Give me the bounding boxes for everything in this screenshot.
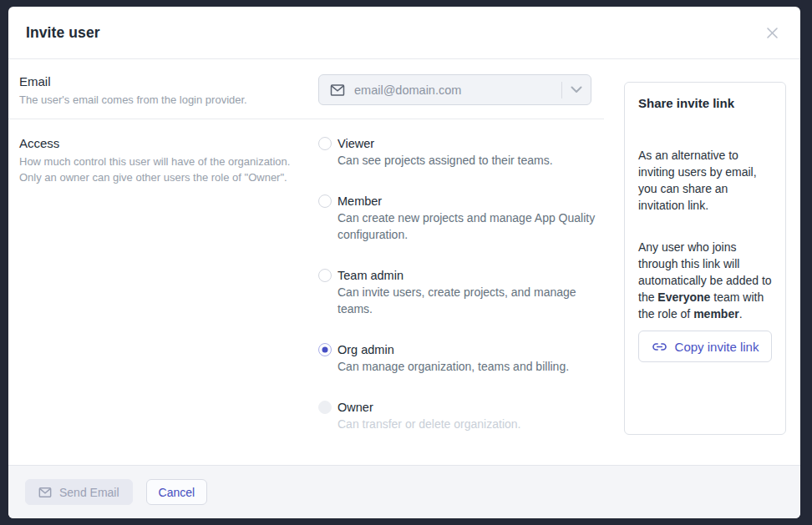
radio-label: Member (337, 193, 382, 209)
radio-label: Org admin (337, 341, 394, 358)
email-dropdown-button[interactable] (562, 75, 591, 104)
access-description: How much control this user will have of … (19, 154, 307, 185)
radio-button-org-admin-selected[interactable] (318, 343, 332, 356)
share-invite-link-panel: Share invite link As an alternative to i… (624, 82, 786, 435)
share-panel-paragraph-1: As an alternative to inviting users by e… (638, 147, 772, 214)
cancel-button[interactable]: Cancel (146, 479, 208, 505)
modal-title: Invite user (26, 24, 100, 42)
radio-option-member: Member Can create new projects and manag… (318, 193, 596, 243)
invite-user-modal: Invite user Email The user's email comes… (8, 7, 800, 518)
radio-option-team-admin-head[interactable]: Team admin (318, 267, 596, 284)
radio-description: Can manage organization, teams and billi… (337, 358, 596, 375)
role-options: Viewer Can see projects assigned to thei… (318, 119, 596, 432)
radio-option-member-head[interactable]: Member (318, 193, 596, 209)
email-input[interactable] (345, 83, 561, 97)
email-section: Email The user's email comes from the lo… (8, 59, 604, 119)
radio-button-member[interactable] (318, 194, 332, 208)
modal-header: Invite user (8, 7, 800, 59)
email-label: Email (19, 73, 307, 90)
chevron-down-icon (571, 86, 582, 93)
access-section: Access How much control this user will h… (8, 119, 604, 432)
radio-button-viewer[interactable] (318, 137, 332, 150)
radio-description: Can create new projects and manage App Q… (337, 209, 596, 243)
radio-option-org-admin: Org admin Can manage organization, teams… (318, 341, 596, 375)
radio-description: Can transfer or delete organization. (337, 416, 596, 432)
email-description: The user's email comes from the login pr… (19, 92, 307, 108)
envelope-icon (330, 83, 345, 97)
radio-label: Viewer (337, 135, 374, 152)
access-label: Access (19, 135, 307, 152)
close-icon (765, 26, 779, 40)
radio-button-owner-disabled[interactable] (318, 401, 332, 414)
link-icon (652, 339, 667, 355)
modal-footer: Send Email Cancel (8, 465, 800, 518)
radio-label: Team admin (337, 267, 403, 284)
send-email-button[interactable]: Send Email (25, 479, 133, 505)
modal-body: Email The user's email comes from the lo… (8, 59, 800, 465)
radio-option-viewer-head[interactable]: Viewer (318, 135, 596, 152)
radio-description: Can invite users, create projects, and m… (337, 284, 596, 317)
close-button[interactable] (760, 21, 784, 44)
radio-option-owner: Owner Can transfer or delete organizatio… (318, 399, 596, 432)
share-panel-paragraph-2: Any user who joins through this link wil… (638, 239, 772, 322)
radio-option-org-admin-head[interactable]: Org admin (318, 341, 596, 358)
radio-label: Owner (337, 399, 373, 416)
copy-invite-link-label: Copy invite link (675, 340, 759, 354)
send-email-label: Send Email (59, 486, 119, 499)
copy-invite-link-button[interactable]: Copy invite link (638, 331, 772, 362)
radio-description: Can see projects assigned to their teams… (337, 152, 596, 169)
radio-option-team-admin: Team admin Can invite users, create proj… (318, 267, 596, 317)
share-panel-title: Share invite link (638, 96, 772, 110)
email-input-group (318, 74, 591, 105)
radio-option-owner-head[interactable]: Owner (318, 399, 596, 416)
radio-button-team-admin[interactable] (318, 269, 332, 282)
envelope-icon (38, 487, 52, 498)
cancel-label: Cancel (159, 486, 195, 499)
radio-option-viewer: Viewer Can see projects assigned to thei… (318, 135, 596, 169)
